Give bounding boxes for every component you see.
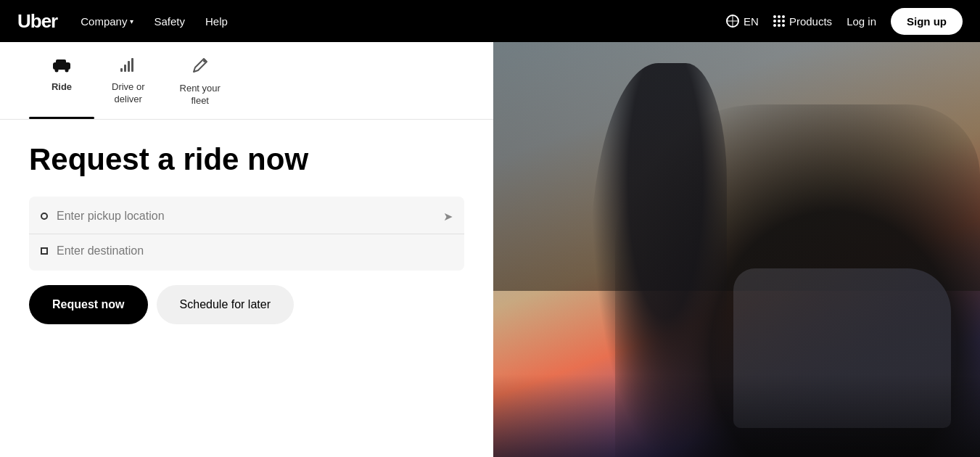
language-selector[interactable]: EN — [726, 15, 759, 28]
signup-button[interactable]: Sign up — [891, 8, 963, 35]
lang-code: EN — [744, 15, 759, 28]
destination-input[interactable] — [57, 244, 453, 258]
company-nav-link[interactable]: Company ▾ — [81, 15, 133, 28]
tab-drive-label: Drive ordeliver — [112, 81, 145, 106]
svg-point-3 — [65, 69, 69, 73]
navbar-right: EN Products Log in Sign up — [726, 8, 963, 35]
company-label: Company — [81, 15, 127, 28]
location-inputs-container: ➤ — [29, 197, 464, 271]
globe-icon — [726, 15, 739, 28]
tab-ride[interactable]: Ride — [29, 42, 94, 119]
hero-image — [493, 42, 980, 457]
svg-rect-7 — [131, 58, 133, 72]
safety-nav-link[interactable]: Safety — [154, 15, 185, 28]
nav-links: Company ▾ Safety Help — [81, 15, 726, 28]
destination-row — [29, 234, 464, 268]
schedule-later-button[interactable]: Schedule for later — [157, 285, 294, 324]
location-arrow-icon: ➤ — [443, 210, 453, 223]
products-label: Products — [789, 15, 832, 28]
svg-rect-6 — [128, 61, 130, 72]
help-label: Help — [205, 15, 228, 28]
ride-icon — [52, 57, 72, 77]
destination-square-icon — [41, 247, 48, 255]
company-chevron-icon: ▾ — [130, 17, 133, 25]
pickup-dot-icon — [41, 213, 48, 220]
login-link[interactable]: Log in — [847, 15, 876, 28]
scene-background — [493, 42, 980, 457]
form-title: Request a ride now — [29, 143, 464, 176]
tab-drive-or-deliver[interactable]: Drive ordeliver — [94, 42, 162, 119]
svg-rect-5 — [124, 65, 126, 72]
service-tabs: Ride Drive ordeliver — [0, 42, 493, 120]
left-panel: Ride Drive ordeliver — [0, 42, 493, 457]
svg-point-8 — [203, 59, 206, 62]
main-content: Ride Drive ordeliver — [0, 42, 980, 457]
navbar: Uber Company ▾ Safety Help EN Products L… — [0, 0, 980, 42]
ride-form: Request a ride now ➤ Request now Schedul… — [0, 120, 493, 347]
svg-rect-4 — [120, 68, 123, 72]
tab-ride-label: Ride — [52, 81, 72, 94]
fleet-icon — [192, 57, 209, 78]
pickup-input[interactable] — [57, 210, 435, 223]
grid-dots-icon — [773, 15, 785, 27]
request-now-button[interactable]: Request now — [29, 285, 148, 324]
deliver-icon — [119, 57, 138, 77]
svg-rect-1 — [56, 59, 66, 65]
uber-logo: Uber — [17, 10, 57, 33]
safety-label: Safety — [154, 15, 185, 28]
help-nav-link[interactable]: Help — [205, 15, 228, 28]
svg-point-2 — [55, 69, 59, 73]
tab-fleet-label: Rent yourfleet — [180, 83, 221, 107]
products-menu[interactable]: Products — [773, 15, 832, 28]
pickup-row: ➤ — [29, 199, 464, 234]
tab-rent-fleet[interactable]: Rent yourfleet — [162, 42, 238, 119]
action-buttons: Request now Schedule for later — [29, 285, 464, 324]
